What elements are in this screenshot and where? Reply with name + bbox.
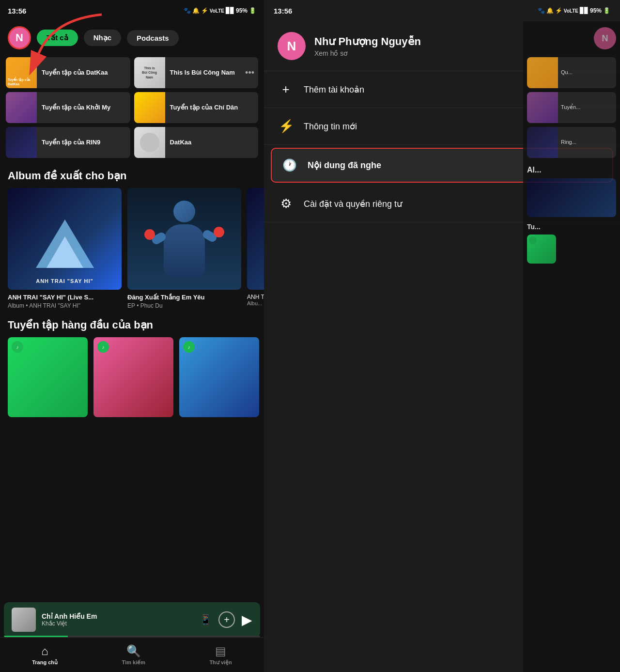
nav-library[interactable]: ▤ Thư viện (209, 644, 232, 666)
grid-item-bui-cong-label: This Is Bùi Công Nam (165, 69, 246, 77)
time-left: 13:56 (8, 7, 26, 15)
grid-item-rin9[interactable]: Tuyển tập của RIN9 (6, 127, 130, 158)
grid-item-rin9-label: Tuyển tập của RIN9 (37, 139, 105, 147)
add-to-library-button[interactable]: + (218, 611, 235, 628)
mini-player-thumb (12, 608, 36, 632)
nav-search-label: Tìm kiếm (122, 659, 145, 666)
grid-item-chi-dan-label: Tuyển tập của Chí Dân (165, 104, 243, 112)
nav-search[interactable]: 🔍 Tìm kiếm (122, 644, 145, 666)
mini-player[interactable]: Chỉ Anh Hiểu Em Khắc Việt 📱 + ▶ (4, 602, 260, 637)
playlist-row: ♪ ♪ ♪ (0, 337, 264, 421)
news-icon: ⚡ (279, 119, 293, 134)
add-account-icon: + (279, 82, 293, 97)
playlist-section-title: Tuyển tập hàng đầu của bạn (0, 309, 264, 337)
album-sub-dang-xuat: EP • Phuc Du (127, 302, 241, 309)
playlist-card-3[interactable]: ♪ (179, 337, 259, 421)
filter-podcasts-button[interactable]: Podcasts (127, 30, 179, 46)
history-label: Nội dung đã nghe (308, 160, 381, 171)
profile-name: Như Phượng Nguyễn (314, 35, 421, 48)
history-icon: 🕐 (282, 158, 297, 172)
grid-item-datkaa[interactable]: Tuyển tập củaDatKaa Tuyển tập của DatKaa (6, 57, 130, 88)
status-bar-left: 13:56 🐾🔔⚡VoLTE▊▊95%🔋 (0, 0, 264, 21)
playlist-card-1[interactable]: ♪ (8, 337, 88, 421)
grid-item-datkaa2-label: DatKaa (165, 139, 197, 147)
grid-item-bui-cong[interactable]: This isBùi CôngNam This Is Bùi Công Nam … (134, 57, 259, 88)
filter-all-button[interactable]: Tất cả (37, 30, 78, 46)
avatar-button[interactable]: N (8, 26, 31, 49)
grid-item-datkaa-label: Tuyển tập của DatKaa (37, 69, 112, 77)
status-icons-left: 🐾🔔⚡VoLTE▊▊95%🔋 (184, 7, 256, 14)
status-icons-right: 🐾🔔⚡VoLTE▊▊95%🔋 (538, 7, 610, 14)
album-card-dang-xuat[interactable]: Đăng Xuất Thắng Em Yêu EP • Phuc Du (127, 188, 241, 309)
time-right: 13:56 (274, 7, 292, 15)
library-icon: ▤ (215, 644, 226, 658)
status-bar-right: 13:56 🐾🔔⚡VoLTE▊▊95%🔋 (264, 0, 620, 21)
album-section-title: Album đề xuất cho bạn (0, 162, 264, 188)
album-title-dang-xuat: Đăng Xuất Thắng Em Yêu (127, 294, 241, 301)
profile-info: Như Phượng Nguyễn Xem hồ sơ (314, 35, 421, 57)
right-app-bleed: N Qu... Tuyển... Ring... Al... Tu... (523, 21, 620, 672)
mini-player-title: Chỉ Anh Hiểu Em (42, 612, 194, 620)
album-card-anh-trai[interactable]: ANH TRAI "SAY HI" ANH TRAI "SAY HI" (Liv… (8, 188, 122, 309)
grid-item-chi-dan[interactable]: Tuyển tập của Chí Dân (134, 92, 259, 123)
search-icon: 🔍 (126, 644, 141, 658)
settings-icon: ⚙ (279, 196, 293, 211)
grid-item-khoi-my[interactable]: Tuyển tập của Khởi My (6, 92, 130, 123)
play-button[interactable]: ▶ (242, 612, 252, 628)
recent-grid: Tuyển tập củaDatKaa Tuyển tập của DatKaa… (0, 55, 264, 162)
grid-item-khoi-my-label: Tuyển tập của Khởi My (37, 104, 115, 112)
nav-home-label: Trang chủ (32, 659, 58, 666)
mini-player-controls: 📱 + ▶ (200, 611, 252, 628)
playlist-card-2[interactable]: ♪ (93, 337, 173, 421)
mini-player-info: Chỉ Anh Hiểu Em Khắc Việt (42, 612, 194, 627)
news-label: Thông tin mới (304, 121, 357, 132)
mini-player-artist: Khắc Việt (42, 620, 194, 627)
header-row: N Tất cả Nhạc Podcasts (0, 21, 264, 55)
album-title-anh-trai: ANH TRAI "SAY HI" (Live S... (8, 294, 122, 301)
profile-view-link: Xem hồ sơ (314, 49, 421, 57)
album-card-partial[interactable]: ANH T... Albu... (247, 188, 264, 309)
bottom-nav: ⌂ Trang chủ 🔍 Tìm kiếm ▤ Thư viện (0, 637, 264, 672)
profile-avatar: N (278, 32, 306, 60)
home-icon: ⌂ (41, 644, 48, 658)
nav-home[interactable]: ⌂ Trang chủ (32, 644, 58, 666)
filter-music-button[interactable]: Nhạc (84, 30, 121, 46)
album-sub-anh-trai: Album • ANH TRAI "SAY HI" (8, 302, 122, 309)
grid-item-datkaa2[interactable]: DatKaa (134, 127, 259, 158)
dropdown-panel: 13:56 🐾🔔⚡VoLTE▊▊95%🔋 N Như Phượng Nguyễn… (264, 0, 620, 672)
nav-library-label: Thư viện (209, 659, 232, 666)
albums-row: ANH TRAI "SAY HI" ANH TRAI "SAY HI" (Liv… (0, 188, 264, 309)
settings-label: Cài đặt và quyền riêng tư (304, 199, 402, 209)
device-button[interactable]: 📱 (200, 614, 212, 625)
add-account-label: Thêm tài khoản (304, 84, 364, 95)
